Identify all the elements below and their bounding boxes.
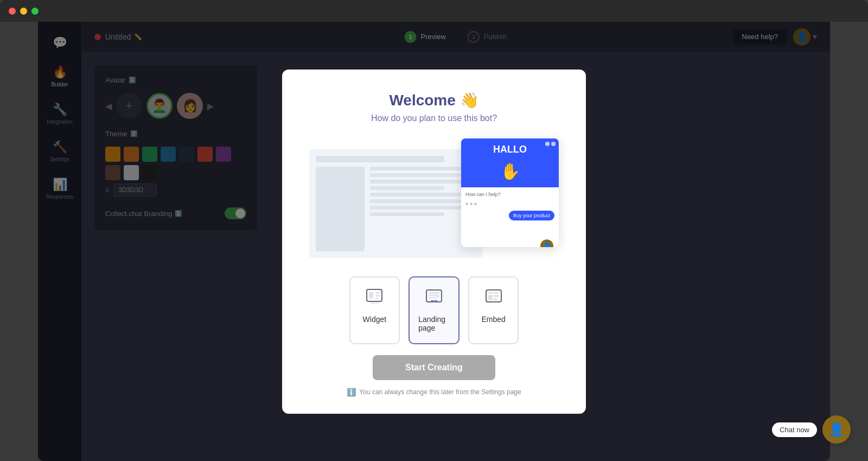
mock-line-8 [370, 212, 444, 216]
chat-now-label: Chat now [772, 422, 817, 437]
typing-dot-1 [465, 203, 468, 205]
svg-rect-7 [429, 292, 439, 294]
modal-overlay: Welcome 👋 How do you plan to use this bo… [38, 22, 830, 461]
svg-rect-1 [369, 292, 373, 299]
chat-now-avatar[interactable]: 👤 [822, 415, 851, 444]
window-chrome [0, 0, 868, 22]
svg-rect-13 [488, 292, 499, 294]
start-creating-button[interactable]: Start Creating [373, 355, 495, 380]
minimize-button[interactable] [20, 8, 27, 15]
svg-rect-3 [375, 295, 380, 296]
mock-sidebar [316, 167, 365, 251]
modal-title: Welcome 👋 [389, 91, 478, 109]
mock-line-2 [370, 173, 461, 177]
app-container: 💬 🔥 Builder 🔧 Integration 🔨 Settings 📊 R… [38, 22, 830, 461]
info-text-row: ℹ️ You can always change this later from… [347, 388, 521, 396]
close-dot-2 [551, 142, 556, 146]
option-landing-page[interactable]: Landing page [409, 276, 459, 344]
wave-emoji: 👋 [460, 92, 479, 109]
chat-popup-body: How can I help? Buy your product [461, 187, 559, 225]
svg-rect-16 [494, 298, 497, 300]
svg-rect-15 [494, 295, 499, 297]
mock-line-6 [370, 199, 461, 203]
modal-illustration: HALLO ✋ How can I help? Buy your product… [309, 138, 559, 263]
svg-rect-2 [375, 292, 380, 294]
widget-icon [366, 288, 383, 310]
svg-rect-8 [429, 295, 439, 296]
chat-popup-header: HALLO ✋ [461, 138, 559, 187]
close-button[interactable] [9, 8, 16, 15]
options-row: Widget Landing page [349, 276, 519, 344]
landing-page-label: Landing page [418, 315, 450, 332]
landing-page-icon [425, 288, 443, 310]
chat-widget-avatar: 👤 [539, 238, 554, 247]
chat-popup: HALLO ✋ How can I help? Buy your product… [461, 138, 559, 247]
mock-content [316, 167, 476, 251]
modal-subtitle: How do you plan to use this bot? [371, 113, 497, 123]
svg-rect-11 [437, 296, 438, 297]
info-text: You can always change this later from th… [359, 388, 521, 396]
chat-popup-close-dots [545, 142, 556, 146]
mock-line-1 [370, 167, 476, 170]
chat-help-text: How can I help? [465, 192, 554, 197]
svg-rect-14 [488, 295, 493, 300]
chat-now-widget: Chat now 👤 [772, 415, 851, 444]
chat-typing [465, 200, 554, 207]
mock-line-4 [370, 186, 444, 190]
maximize-button[interactable] [31, 8, 39, 15]
hand-emoji: ✋ [500, 162, 520, 181]
mock-header [316, 156, 444, 162]
option-embed[interactable]: Embed [468, 276, 519, 344]
website-mockup [309, 149, 483, 258]
typing-dot-2 [470, 203, 473, 205]
close-dot-1 [545, 142, 550, 146]
svg-rect-9 [429, 297, 436, 298]
option-widget[interactable]: Widget [349, 276, 400, 344]
mock-line-7 [370, 206, 476, 210]
chat-message-bubble: Buy your product [509, 211, 554, 220]
typing-dot-3 [474, 203, 477, 205]
info-icon: ℹ️ [347, 388, 356, 396]
svg-rect-4 [375, 298, 378, 299]
embed-label: Embed [481, 315, 505, 324]
embed-icon [485, 288, 502, 310]
svg-rect-5 [370, 302, 379, 304]
modal-title-text: Welcome [389, 92, 455, 109]
hallo-text: HALLO [493, 144, 527, 155]
mock-line-5 [370, 193, 476, 197]
widget-label: Widget [363, 315, 387, 324]
mock-line-3 [370, 180, 476, 184]
welcome-modal: Welcome 👋 How do you plan to use this bo… [282, 70, 586, 414]
mock-text [370, 167, 476, 251]
